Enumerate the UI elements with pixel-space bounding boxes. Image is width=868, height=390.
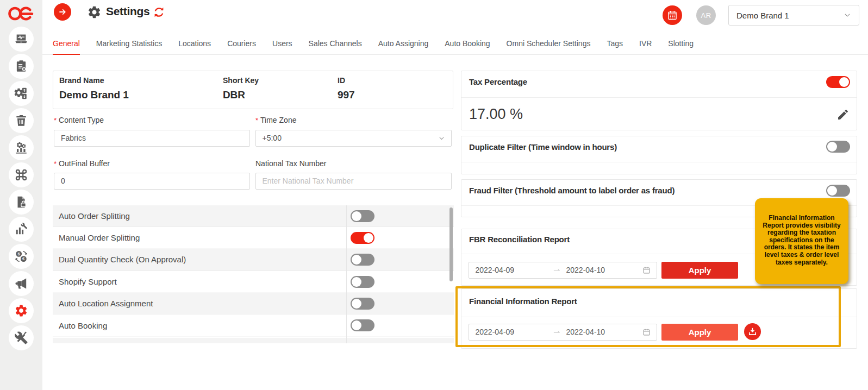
tax-percentage-card: Tax Percentage 17.00 % xyxy=(461,71,857,130)
sidebar-item-analytics-wrench[interactable] xyxy=(9,217,34,242)
auto-location-assignment-switch[interactable] xyxy=(351,298,374,310)
toggle-row-dual-quantity-check: Dual Quantity Check (On Approval) xyxy=(53,249,454,271)
tab-tags[interactable]: Tags xyxy=(607,33,623,54)
list-divider xyxy=(346,205,347,343)
required-asterisk: * xyxy=(54,160,57,168)
sidebar: $€ xyxy=(0,0,42,390)
financial-date-from[interactable]: 2022-04-09 xyxy=(476,328,553,336)
financial-report-title: Financial Information Report xyxy=(469,297,577,306)
tab-users[interactable]: Users xyxy=(272,33,292,54)
settings-gear-title-icon xyxy=(87,5,102,20)
tax-percentage-switch[interactable] xyxy=(826,76,850,88)
svg-text:$: $ xyxy=(17,251,20,256)
brand-select[interactable]: Demo Brand 1 xyxy=(728,5,859,26)
sidebar-item-production-gears[interactable] xyxy=(9,135,34,160)
national-tax-number-label: National Tax Number xyxy=(255,159,326,168)
document-lock-icon xyxy=(14,195,28,209)
tax-percentage-value: 17.00 % xyxy=(469,106,523,123)
sidebar-item-orders-clipboard[interactable] xyxy=(9,54,34,79)
required-asterisk: * xyxy=(255,116,258,124)
download-button[interactable] xyxy=(744,323,761,340)
tab-ivr[interactable]: IVR xyxy=(639,33,652,54)
shopify-support-switch[interactable] xyxy=(351,276,374,288)
edit-pencil-icon[interactable] xyxy=(836,108,850,121)
calendar-icon xyxy=(642,266,651,274)
divider xyxy=(461,317,857,317)
brand-name-value: Demo Brand 1 xyxy=(59,89,129,101)
fbr-date-from[interactable]: 2022-04-09 xyxy=(476,266,553,274)
sidebar-item-trash[interactable] xyxy=(9,108,34,133)
financial-apply-button[interactable]: Apply xyxy=(661,324,738,341)
brand-name-label: Brand Name xyxy=(59,76,129,85)
manual-order-splitting-switch[interactable] xyxy=(351,232,374,244)
currency-exchange-icon: $€ xyxy=(14,249,28,263)
duplicate-filter-label: Duplicate Filter (Time window in hours) xyxy=(469,142,617,152)
divider xyxy=(461,97,857,98)
toggle-row-partial xyxy=(53,338,454,343)
fbr-report-title: FBR Reconciliation Report xyxy=(469,235,570,244)
tab-omni-scheduler-settings[interactable]: Omni Scheduler Settings xyxy=(507,33,591,54)
financial-date-range-picker[interactable]: 2022-04-09 2022-04-10 xyxy=(469,324,658,341)
toggle-row-manual-order-splitting: Manual Order Splitting xyxy=(53,227,454,249)
fbr-date-to[interactable]: 2022-04-10 xyxy=(566,266,643,274)
fbr-apply-button[interactable]: Apply xyxy=(661,262,738,279)
avatar[interactable]: AR xyxy=(696,5,716,25)
brand-select-value: Demo Brand 1 xyxy=(736,11,844,20)
duplicate-filter-switch[interactable] xyxy=(826,141,850,153)
fbr-date-range-picker[interactable]: 2022-04-09 2022-04-10 xyxy=(469,262,658,279)
callout-tooltip: FInancial Information Report provides vi… xyxy=(755,198,848,284)
tab-auto-assigning[interactable]: Auto Assigning xyxy=(378,33,429,54)
tab-sales-channels[interactable]: Sales Channels xyxy=(309,33,362,54)
page-title: Settings xyxy=(106,5,149,18)
svg-text:€: € xyxy=(22,256,25,261)
arrow-right-icon xyxy=(58,7,67,17)
required-asterisk: * xyxy=(54,116,57,124)
sidebar-item-tools[interactable] xyxy=(9,325,34,350)
short-key-value: DBR xyxy=(223,89,259,101)
arrow-right-icon xyxy=(553,266,561,274)
list-scrollbar[interactable] xyxy=(449,207,453,281)
fraud-filter-switch[interactable] xyxy=(826,185,850,197)
outfinal-buffer-input[interactable]: 0 xyxy=(54,173,250,190)
tab-couriers[interactable]: Couriers xyxy=(227,33,256,54)
tab-general[interactable]: General xyxy=(53,33,80,54)
chevron-down-icon xyxy=(844,11,851,19)
dual-quantity-check-switch[interactable] xyxy=(351,254,374,266)
sidebar-item-megaphone[interactable] xyxy=(9,271,34,296)
fraud-filter-label: Fraud Filter (Threshold amount to label … xyxy=(469,186,675,195)
tab-marketing-statistics[interactable]: Marketing Statistics xyxy=(96,33,162,54)
duplicate-filter-card: Duplicate Filter (Time window in hours) xyxy=(461,136,857,174)
brand-info-card: Brand Name Demo Brand 1 Short Key DBR ID… xyxy=(53,71,453,109)
sidebar-item-fulfillment-gear[interactable] xyxy=(9,81,34,106)
id-value: 997 xyxy=(338,89,354,101)
tax-percentage-label: Tax Percentage xyxy=(469,77,527,86)
time-zone-select[interactable]: +5:00 xyxy=(255,130,452,147)
sidebar-collapse-button[interactable] xyxy=(54,3,71,21)
content-type-input[interactable]: Fabrics xyxy=(54,130,250,147)
tab-slotting[interactable]: Slotting xyxy=(668,33,694,54)
oe-logo[interactable] xyxy=(7,4,35,23)
sidebar-item-currency-exchange[interactable]: $€ xyxy=(9,244,34,269)
download-icon xyxy=(748,327,757,336)
id-label: ID xyxy=(338,76,354,85)
tab-auto-booking[interactable]: Auto Booking xyxy=(445,33,490,54)
tools-icon xyxy=(14,331,28,345)
auto-order-splitting-switch[interactable] xyxy=(351,210,374,222)
command-icon xyxy=(14,168,28,182)
sidebar-item-monitoring-laptop[interactable] xyxy=(9,27,34,52)
production-gears-icon xyxy=(14,141,28,155)
short-key-label: Short Key xyxy=(223,76,259,85)
refresh-icon[interactable] xyxy=(153,6,165,18)
content-type-label: *Content Type xyxy=(54,116,104,124)
toggle-row-auto-booking: Auto Booking xyxy=(53,314,454,336)
tab-locations[interactable]: Locations xyxy=(178,33,211,54)
national-tax-number-input[interactable]: Enter National Tax Number xyxy=(255,173,452,190)
sidebar-item-command[interactable] xyxy=(9,162,34,187)
financial-date-to[interactable]: 2022-04-10 xyxy=(566,328,643,336)
orders-clipboard-icon xyxy=(14,59,28,73)
feature-toggle-list: Auto Order Splitting Manual Order Splitt… xyxy=(53,205,454,343)
sidebar-item-document-lock[interactable] xyxy=(9,190,34,215)
sidebar-item-settings-gear[interactable] xyxy=(9,298,34,323)
calendar-button[interactable] xyxy=(663,5,682,25)
auto-booking-switch[interactable] xyxy=(351,319,374,331)
